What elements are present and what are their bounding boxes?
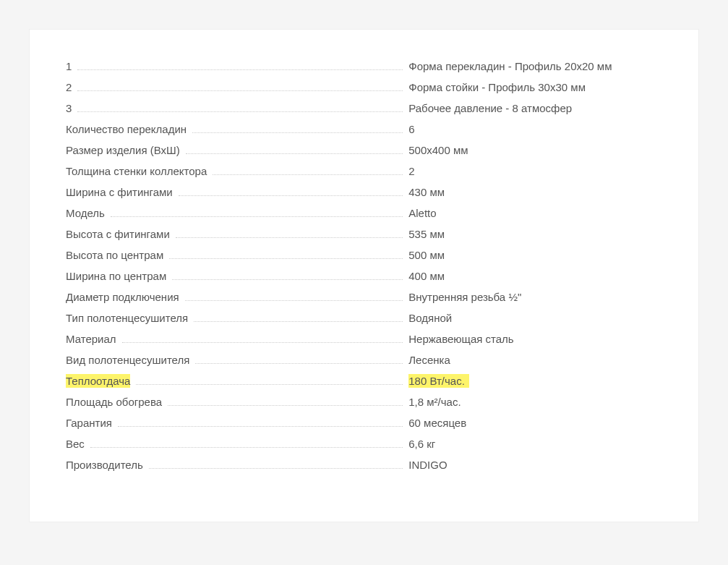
spec-value: 400 мм (406, 268, 662, 284)
spec-label: Тип полотенцесушителя (66, 310, 191, 326)
spec-label: Вид полотенцесушителя (66, 352, 192, 368)
spec-row: 1Форма перекладин - Профиль 20х20 мм (66, 59, 662, 74)
spec-value: 500 мм (406, 247, 662, 263)
spec-dots (149, 468, 403, 469)
spec-value: Рабочее давление - 8 атмосфер (406, 101, 662, 116)
spec-dots (213, 174, 403, 175)
spec-label: Площадь обогрева (66, 394, 165, 409)
spec-row: 2Форма стойки - Профиль 30х30 мм (66, 80, 662, 95)
spec-value: INDIGO (406, 457, 662, 472)
spec-row: 3Рабочее давление - 8 атмосфер (66, 101, 662, 116)
spec-row: Ширина по центрам400 мм (66, 268, 662, 284)
spec-dots (111, 216, 403, 217)
spec-dots (179, 195, 403, 196)
spec-row: Высота с фитингами535 мм (66, 226, 662, 242)
spec-row: Ширина с фитингами430 мм (66, 184, 662, 200)
spec-label: 3 (66, 101, 74, 116)
spec-value: 1,8 м²/час. (406, 394, 662, 409)
spec-dots (77, 90, 403, 91)
spec-label: 1 (66, 59, 74, 74)
spec-row: Тип полотенцесушителяВодяной (66, 310, 662, 326)
spec-value: Водяной (406, 310, 662, 326)
spec-value: 535 мм (406, 226, 662, 242)
spec-dots (195, 363, 403, 364)
spec-row: ПроизводительINDIGO (66, 457, 662, 472)
spec-label: Производитель (66, 457, 146, 472)
spec-dots (122, 342, 403, 343)
spec-dots (194, 321, 403, 322)
spec-value: 60 месяцев (406, 415, 662, 430)
spec-label: 2 (66, 80, 74, 95)
spec-label: Вес (66, 436, 87, 451)
spec-dots (77, 111, 403, 112)
spec-label: Диаметр подключения (66, 289, 182, 305)
spec-value: Форма стойки - Профиль 30х30 мм (406, 80, 662, 95)
spec-value: Внутренняя резьба ½" (406, 289, 662, 305)
spec-row: Теплоотдача180 Вт/час. (66, 373, 662, 388)
spec-row: Высота по центрам500 мм (66, 247, 662, 263)
spec-dots (136, 384, 403, 385)
spec-label: Толщина стенки коллектора (66, 163, 210, 179)
spec-value: Лесенка (406, 352, 662, 368)
spec-label: Теплоотдача (66, 373, 133, 388)
spec-row: Вид полотенцесушителяЛесенка (66, 352, 662, 368)
spec-row: Размер изделия (ВхШ)500х400 мм (66, 143, 662, 158)
spec-value: 2 (406, 163, 662, 179)
spec-card: 1Форма перекладин - Профиль 20х20 мм2Фор… (29, 29, 699, 522)
spec-value: Форма перекладин - Профиль 20х20 мм (406, 59, 662, 74)
spec-label: Размер изделия (ВхШ) (66, 143, 183, 158)
spec-label: Гарантия (66, 415, 115, 430)
spec-value: 6,6 кг (406, 436, 662, 451)
spec-dots (185, 300, 403, 301)
spec-dots (192, 132, 403, 133)
spec-value: 180 Вт/час. (406, 373, 662, 388)
spec-value: 6 (406, 122, 662, 137)
spec-value: 500х400 мм (406, 143, 662, 158)
spec-list: 1Форма перекладин - Профиль 20х20 мм2Фор… (66, 59, 662, 472)
spec-value: Нержавеющая сталь (406, 331, 662, 347)
spec-value: 430 мм (406, 184, 662, 200)
spec-dots (172, 279, 403, 280)
spec-dots (176, 237, 403, 238)
spec-label: Ширина с фитингами (66, 184, 176, 200)
spec-label: Материал (66, 331, 119, 347)
spec-row: Гарантия60 месяцев (66, 415, 662, 430)
spec-row: Вес6,6 кг (66, 436, 662, 451)
spec-row: Количество перекладин6 (66, 122, 662, 137)
spec-label: Высота по центрам (66, 247, 166, 263)
spec-row: МодельAletto (66, 205, 662, 221)
spec-label: Высота с фитингами (66, 226, 173, 242)
spec-dots (77, 69, 403, 70)
spec-label: Модель (66, 205, 108, 221)
spec-dots (90, 447, 403, 448)
spec-label: Ширина по центрам (66, 268, 169, 284)
spec-row: Диаметр подключенияВнутренняя резьба ½" (66, 289, 662, 305)
spec-row: МатериалНержавеющая сталь (66, 331, 662, 347)
spec-row: Площадь обогрева1,8 м²/час. (66, 394, 662, 409)
spec-dots (169, 258, 403, 259)
spec-dots (168, 405, 403, 406)
spec-dots (186, 153, 403, 154)
spec-label: Количество перекладин (66, 122, 189, 137)
spec-row: Толщина стенки коллектора2 (66, 163, 662, 179)
spec-value: Aletto (406, 205, 662, 221)
spec-dots (118, 426, 403, 427)
